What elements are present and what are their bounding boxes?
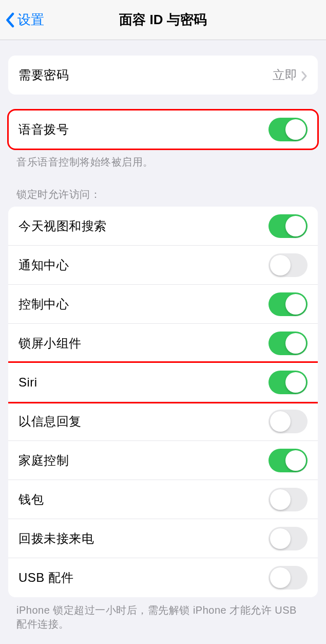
toggle-knob [285, 119, 306, 140]
voice-dial-toggle[interactable] [269, 118, 308, 141]
voice-dial-footer: 音乐语音控制将始终被启用。 [0, 149, 326, 169]
voice-dial-row: 语音拨号 [8, 110, 318, 149]
lock-screen-widgets-label: 锁屏小组件 [18, 335, 82, 352]
usb-accessories-label: USB 配件 [18, 569, 73, 586]
wallet-toggle[interactable] [269, 488, 308, 511]
home-control-toggle[interactable] [269, 449, 308, 472]
usb-footer: iPhone 锁定超过一小时后，需先解锁 iPhone 才能允许 USB 配件连… [0, 597, 326, 631]
reply-with-message-toggle[interactable] [269, 410, 308, 433]
siri-label: Siri [18, 375, 37, 390]
return-missed-calls-row: 回拨未接来电 [8, 519, 318, 558]
require-passcode-value: 立即 [273, 67, 308, 83]
siri-row: Siri [8, 363, 318, 402]
today-view-label: 今天视图和搜索 [18, 218, 107, 234]
page-title: 面容 ID 与密码 [119, 11, 206, 29]
notification-center-toggle[interactable] [269, 253, 308, 277]
control-center-label: 控制中心 [18, 296, 69, 312]
today-view-toggle[interactable] [269, 214, 308, 238]
return-missed-calls-label: 回拨未接来电 [18, 530, 94, 547]
lock-access-group: 今天视图和搜索 通知中心 控制中心 锁屏小组件 Siri 以信息回复 家庭控制 [8, 207, 318, 597]
back-label: 设置 [17, 11, 44, 29]
lock-screen-widgets-toggle[interactable] [269, 332, 308, 355]
reply-with-message-label: 以信息回复 [18, 413, 82, 430]
siri-toggle[interactable] [269, 371, 308, 394]
return-missed-calls-toggle[interactable] [269, 527, 308, 550]
control-center-row: 控制中心 [8, 285, 318, 324]
wallet-row: 钱包 [8, 480, 318, 519]
nav-bar: 设置 面容 ID 与密码 [0, 0, 326, 40]
reply-with-message-row: 以信息回复 [8, 402, 318, 441]
require-passcode-label: 需要密码 [18, 67, 69, 83]
notification-center-row: 通知中心 [8, 246, 318, 285]
lock-screen-widgets-row: 锁屏小组件 [8, 324, 318, 363]
usb-accessories-row: USB 配件 [8, 558, 318, 597]
chevron-left-icon [5, 12, 14, 28]
require-passcode-row[interactable]: 需要密码 立即 [8, 56, 318, 95]
wallet-label: 钱包 [18, 491, 44, 508]
home-control-row: 家庭控制 [8, 441, 318, 480]
chevron-right-icon [301, 70, 308, 80]
today-view-row: 今天视图和搜索 [8, 207, 318, 246]
require-passcode-group: 需要密码 立即 [8, 56, 318, 95]
voice-dial-label: 语音拨号 [18, 121, 69, 138]
voice-dial-group: 语音拨号 [8, 110, 318, 149]
back-button[interactable]: 设置 [0, 11, 44, 29]
control-center-toggle[interactable] [269, 292, 308, 316]
notification-center-label: 通知中心 [18, 257, 69, 273]
home-control-label: 家庭控制 [18, 452, 69, 469]
lock-access-header: 锁定时允许访问： [0, 188, 326, 207]
usb-accessories-toggle[interactable] [269, 566, 308, 590]
